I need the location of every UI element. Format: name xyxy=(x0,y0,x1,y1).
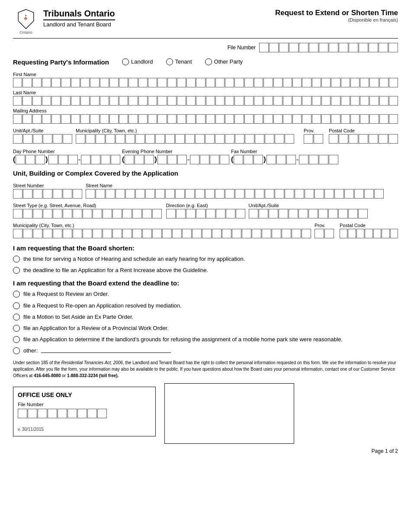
extend-radio-4[interactable] xyxy=(13,325,20,332)
fn-box-12[interactable] xyxy=(369,43,378,52)
radio-other-party[interactable]: Other Party xyxy=(205,58,243,65)
fn-box-14[interactable] xyxy=(389,43,398,52)
street-number-col: Street Number xyxy=(13,180,82,199)
extend-option-3[interactable]: file a Motion to Set Aside an Ex Parte O… xyxy=(13,313,398,321)
municipality-boxes xyxy=(76,134,300,144)
fn-box-10[interactable] xyxy=(349,43,358,52)
day-phone-col: Day Phone Number ( ) - xyxy=(13,146,120,164)
municipality-col: Municipality (City, Town, etc.) xyxy=(76,125,300,144)
fn-box-4[interactable] xyxy=(289,43,299,52)
unit-postal-label: Postal Code xyxy=(340,223,398,228)
fax-col: Fax Number ( ) - xyxy=(231,146,338,164)
shorten-radio-1[interactable] xyxy=(13,256,20,263)
extend-radio-6[interactable] xyxy=(13,347,20,354)
svg-text:🍁: 🍁 xyxy=(24,16,28,20)
extend-option-2[interactable]: file a Request to Re-open an Application… xyxy=(13,302,398,310)
street-name-boxes xyxy=(86,189,398,199)
org-name: Tribunals Ontario Landlord and Tenant Bo… xyxy=(43,9,115,28)
shorten-radio-2[interactable] xyxy=(13,267,20,274)
first-name-label: First Name xyxy=(13,72,398,77)
unit-label: Unit/Apt./Suite xyxy=(13,128,72,133)
fn-box-11[interactable] xyxy=(359,43,368,52)
unit-apt-boxes xyxy=(249,209,398,218)
direction-label: Direction (e.g. East) xyxy=(166,203,245,208)
extend-option-6[interactable]: other: xyxy=(13,347,398,355)
evening-phone-col: Evening Phone Number ( ) - xyxy=(122,146,229,164)
shorten-option-1[interactable]: the time for serving a Notice of Hearing… xyxy=(13,255,398,263)
privacy-notice: Under section 185 of the Residential Ten… xyxy=(13,359,398,379)
party-row: Requesting Party's Information Landlord … xyxy=(13,55,398,68)
extend-label-4: file an Application for a Review of a Pr… xyxy=(23,324,169,332)
svg-text:⚜: ⚜ xyxy=(25,14,27,17)
day-phone-separator: - xyxy=(78,156,80,164)
street-name-label: Street Name xyxy=(86,183,398,188)
unit-boxes xyxy=(13,134,72,144)
last-name-boxes xyxy=(13,96,398,106)
unit-building-heading: Unit, Building or Complex Covered by the… xyxy=(13,170,398,177)
municipality-label: Municipality (City, Town, etc.) xyxy=(76,128,300,133)
requesting-party-section: Requesting Party's Information Landlord … xyxy=(13,55,398,164)
unit-apt-col: Unit/Apt./Suite xyxy=(249,200,398,218)
radio-tenant[interactable]: Tenant xyxy=(166,58,192,65)
extend-option-5[interactable]: file an Application to determine if the … xyxy=(13,336,398,343)
phone-row: Day Phone Number ( ) - Evening Phone Num… xyxy=(13,146,398,164)
extend-label-2: file a Request to Re-open an Application… xyxy=(23,302,182,310)
postal-boxes xyxy=(329,134,398,144)
last-name-label: Last Name xyxy=(13,90,398,95)
form-title-area: Request to Extend or Shorten Time (Dispo… xyxy=(275,9,398,22)
extend-option-4[interactable]: file an Application for a Review of a Pr… xyxy=(13,324,398,332)
radio-landlord[interactable]: Landlord xyxy=(122,58,153,65)
fn-box-5[interactable] xyxy=(299,43,308,52)
street-row: Street Number Street Name xyxy=(13,180,398,199)
extend-label-5: file an Application to determine if the … xyxy=(23,336,343,343)
radio-circle-other[interactable] xyxy=(205,58,212,65)
street-type-row: Street Type (e.g. Street, Avenue, Road) … xyxy=(13,200,398,218)
street-name-col: Street Name xyxy=(86,180,398,199)
extend-radio-2[interactable] xyxy=(13,302,20,309)
evening-phone-label: Evening Phone Number xyxy=(122,149,229,154)
ltb-subtitle: Landlord and Tenant Board xyxy=(43,21,115,28)
act-name: Residential Tenancies Act, 2006 xyxy=(61,360,123,365)
other-field[interactable] xyxy=(41,347,171,353)
fn-box-6[interactable] xyxy=(309,43,318,52)
shorten-label-2: the deadline to file an Application for … xyxy=(23,266,208,274)
fn-box-9[interactable] xyxy=(339,43,348,52)
version-label: v. 30/11/2015 xyxy=(18,427,151,432)
extend-label-6: other: xyxy=(23,347,38,355)
direction-col: Direction (e.g. East) xyxy=(166,200,245,218)
unit-postal-col: Postal Code xyxy=(340,220,398,238)
shorten-label-1: the time for serving a Notice of Hearing… xyxy=(23,255,245,263)
shorten-option-2[interactable]: the deadline to file an Application for … xyxy=(13,266,398,274)
unit-muni-row: Municipality (City, Town, etc.) Prov. Po… xyxy=(13,220,398,238)
unit-muni-label: Municipality (City, Town, etc.) xyxy=(13,223,311,228)
radio-circle-tenant[interactable] xyxy=(166,58,173,65)
unit-col: Unit/Apt./Suite xyxy=(13,125,72,144)
postal-label: Postal Code xyxy=(329,128,398,133)
fn-box-3[interactable] xyxy=(279,43,289,52)
bottom-section: OFFICE USE ONLY File Number v. 30/11/201… xyxy=(13,383,398,444)
extend-radio-1[interactable] xyxy=(13,291,20,298)
phone-2: 1-888-332-3234 (toll free). xyxy=(67,373,119,378)
extend-radio-5[interactable] xyxy=(13,336,20,343)
fax-close-paren: ) xyxy=(263,156,266,164)
fn-box-2[interactable] xyxy=(269,43,279,52)
street-number-boxes xyxy=(13,189,82,199)
eve-phone-open-paren: ( xyxy=(122,156,124,164)
fn-box-8[interactable] xyxy=(329,43,338,52)
extend-label-1: file a Request to Review an Order. xyxy=(23,290,109,298)
day-phone-close-paren: ) xyxy=(45,156,48,164)
tribunals-title: Tribunals Ontario xyxy=(43,9,115,20)
fn-box-1[interactable] xyxy=(259,43,269,52)
extend-option-1[interactable]: file a Request to Review an Order. xyxy=(13,290,398,298)
day-phone-open-paren: ( xyxy=(13,156,15,164)
form-subtitle: (Disponible en français) xyxy=(275,17,398,22)
radio-label-tenant: Tenant xyxy=(175,58,192,65)
extend-radio-3[interactable] xyxy=(13,314,20,320)
section-title-requesting: Requesting Party's Information xyxy=(13,58,109,66)
eve-phone-close-paren: ) xyxy=(154,156,157,164)
radio-circle-landlord[interactable] xyxy=(122,58,129,65)
fn-box-13[interactable] xyxy=(379,43,388,52)
org-branding: 🍁 ⚜ Ontario Tribunals Ontario Landlord a… xyxy=(13,9,115,35)
fn-box-7[interactable] xyxy=(319,43,328,52)
office-fn-label: File Number xyxy=(18,402,151,407)
